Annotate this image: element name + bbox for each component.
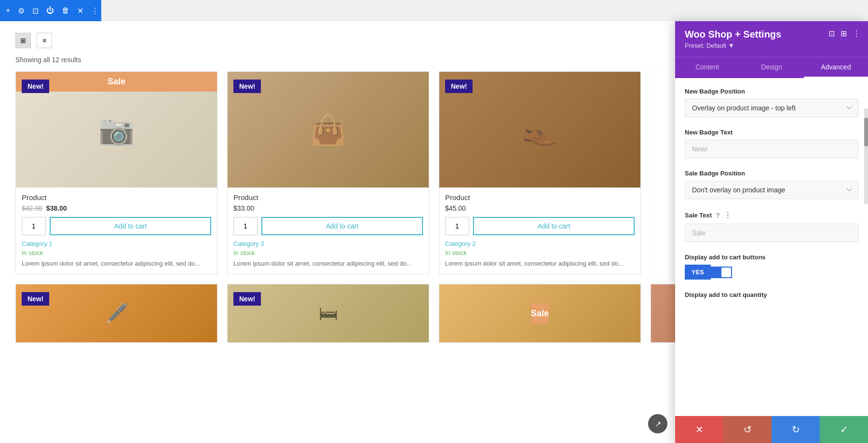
stock-status: In stock — [233, 249, 423, 256]
product-image-placeholder: 👞 — [522, 113, 558, 147]
new-badge: New! — [445, 80, 473, 93]
product-name: Product — [445, 193, 635, 201]
panel-preset[interactable]: Preset: Default ▼ — [685, 42, 858, 49]
category-link[interactable]: Category 2 — [445, 240, 635, 247]
field-label-new-badge-text: New Badge Text — [685, 129, 858, 136]
settings-panel: Woo Shop + Settings Preset: Default ▼ ⊡ … — [675, 21, 868, 443]
new-badge: New! — [233, 292, 261, 306]
new-badge: New! — [22, 292, 49, 306]
new-badge: New! — [22, 80, 49, 93]
product-card-bottom: New! 🛏 — [227, 284, 429, 343]
quantity-input[interactable] — [22, 217, 46, 235]
product-card: Sale New! 📷 Product $42.00 $38.00 Add to… — [15, 71, 217, 274]
top-toolbar: + ⚙ ⊡ ⏻ 🗑 ✕ ⋮ — [0, 0, 101, 21]
stock-status: In stock — [22, 249, 211, 256]
floating-action-button[interactable]: ↗ — [648, 414, 667, 433]
panel-more-icon[interactable]: ⋮ — [853, 29, 860, 38]
add-to-cart-toggle-row: YES — [685, 265, 858, 280]
tab-content[interactable]: Content — [675, 57, 739, 78]
scrollbar-thumb — [864, 118, 868, 147]
tab-advanced[interactable]: Advanced — [804, 57, 868, 78]
product-price: $45.00 — [445, 204, 635, 212]
stock-status: In stock — [445, 249, 635, 256]
tab-design[interactable]: Design — [739, 57, 803, 78]
save-button[interactable]: ✓ — [820, 416, 868, 443]
sale-text-input[interactable] — [685, 224, 858, 242]
field-new-badge-position: New Badge Position Overlay on product im… — [685, 88, 858, 117]
undo-button[interactable]: ↺ — [723, 416, 772, 443]
product-info: Product $33.00 Add to cart Category 3 In… — [228, 188, 429, 274]
sale-badge-position-select[interactable]: Don't overlay on product image Overlay o… — [685, 181, 858, 199]
trash-icon[interactable]: 🗑 — [62, 6, 69, 15]
add-icon[interactable]: + — [6, 6, 10, 15]
grid-view-button[interactable]: ⊞ — [15, 33, 31, 48]
product-image: New! 👞 — [439, 72, 640, 188]
product-price: $33.00 — [233, 204, 423, 212]
quantity-input[interactable] — [233, 217, 258, 235]
toggle-knob — [721, 268, 731, 277]
product-image-placeholder: 🛏 — [319, 303, 338, 324]
product-name: Product — [233, 193, 423, 201]
new-badge-text-input[interactable] — [685, 140, 858, 158]
product-info: Product $45.00 Add to cart Category 2 In… — [439, 188, 640, 274]
panel-tabs: Content Design Advanced — [675, 57, 868, 78]
panel-header-wrapper: Woo Shop + Settings Preset: Default ▼ ⊡ … — [675, 21, 868, 78]
field-label-sale-text: Sale Text ? ⋮ — [685, 211, 858, 220]
product-image: New! 🖊️ — [16, 284, 217, 342]
product-image-placeholder: 📷 — [98, 113, 135, 147]
price-new: $38.00 — [46, 204, 67, 212]
split-icon[interactable]: ⊞ — [841, 29, 847, 38]
panel-header: Woo Shop + Settings Preset: Default ▼ ⊡ … — [675, 21, 868, 57]
close-icon[interactable]: ✕ — [77, 6, 83, 15]
product-name: Product — [22, 193, 211, 201]
field-sale-badge-position: Sale Badge Position Don't overlay on pro… — [685, 170, 858, 199]
category-link[interactable]: Category 3 — [233, 240, 423, 247]
new-badge: New! — [233, 80, 261, 93]
cancel-button[interactable]: ✕ — [675, 416, 723, 443]
product-image: Sale — [439, 284, 640, 342]
product-info: Product $42.00 $38.00 Add to cart Catego… — [16, 188, 217, 274]
toggle-yes-label[interactable]: YES — [685, 265, 711, 280]
field-label-sale-badge-position: Sale Badge Position — [685, 170, 858, 177]
product-description: Lorem ipsum dolor sit amet, consectetur … — [233, 259, 423, 268]
fullscreen-icon[interactable]: ⊡ — [828, 29, 835, 38]
new-badge-position-select[interactable]: Overlay on product image - top left Don'… — [685, 99, 858, 117]
price-regular: $33.00 — [233, 204, 254, 212]
product-image-placeholder: 👜 — [310, 113, 346, 147]
product-price: $42.00 $38.00 — [22, 204, 211, 212]
field-display-add-to-cart-qty: Display add to cart quantity — [685, 291, 858, 298]
field-new-badge-text: New Badge Text — [685, 129, 858, 158]
sale-text-help-icon[interactable]: ? — [716, 212, 720, 219]
field-sale-text: Sale Text ? ⋮ — [685, 211, 858, 242]
quantity-input[interactable] — [445, 217, 469, 235]
field-label-display-add-to-cart-qty: Display add to cart quantity — [685, 291, 858, 298]
scrollbar[interactable] — [864, 108, 868, 204]
panel-header-icons: ⊡ ⊞ ⋮ — [828, 29, 860, 38]
product-description: Lorem ipsum dolor sit amet, consectetur … — [445, 259, 635, 268]
product-card-bottom: Sale — [439, 284, 641, 343]
add-to-cart-button[interactable]: Add to cart — [261, 217, 423, 235]
category-link[interactable]: Category 1 — [22, 240, 211, 247]
product-description: Lorem ipsum dolor sit amet, consectetur … — [22, 259, 211, 268]
sale-badge: Sale — [531, 304, 549, 323]
price-regular: $45.00 — [445, 204, 466, 212]
product-card-bottom: New! 🖊️ — [15, 284, 217, 343]
product-card: New! 👜 Product $33.00 Add to cart Catego… — [227, 71, 429, 274]
redo-button[interactable]: ↻ — [772, 416, 820, 443]
more-icon[interactable]: ⋮ — [91, 6, 99, 15]
price-old: $42.00 — [22, 204, 42, 212]
settings-icon[interactable]: ⚙ — [18, 6, 25, 15]
add-to-cart-row: Add to cart — [445, 217, 635, 235]
sale-text-more-icon[interactable]: ⋮ — [724, 211, 732, 220]
add-to-cart-button[interactable]: Add to cart — [50, 217, 211, 235]
add-to-cart-row: Add to cart — [22, 217, 211, 235]
field-label-display-add-to-cart: Display add to cart buttons — [685, 254, 858, 261]
product-image: New! 👜 — [228, 72, 429, 188]
layout-icon[interactable]: ⊡ — [32, 6, 39, 15]
product-card: New! 👞 Product $45.00 Add to cart Catego… — [439, 71, 641, 274]
add-to-cart-button[interactable]: Add to cart — [473, 217, 635, 235]
panel-actions: ✕ ↺ ↻ ✓ — [675, 416, 868, 443]
power-icon[interactable]: ⏻ — [46, 6, 54, 15]
add-to-cart-toggle[interactable] — [711, 267, 732, 278]
list-view-button[interactable]: ≡ — [37, 33, 52, 48]
